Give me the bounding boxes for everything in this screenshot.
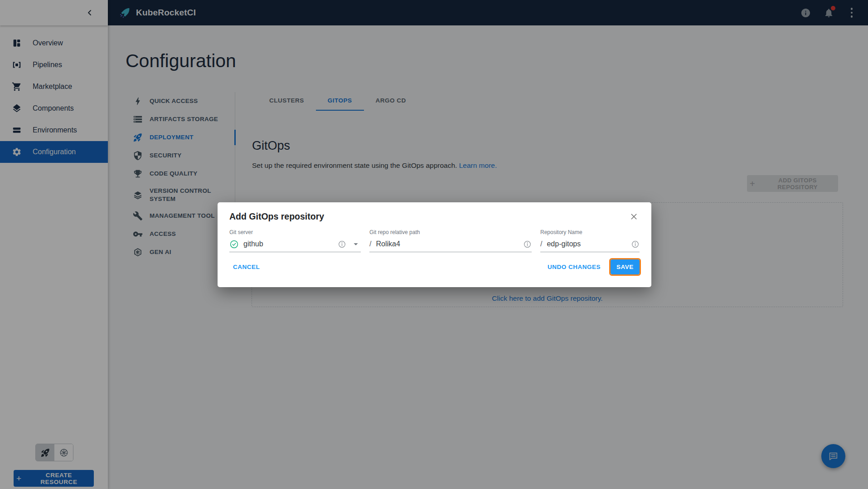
undo-changes-button[interactable]: UNDO CHANGES	[544, 260, 604, 274]
cancel-button[interactable]: CANCEL	[229, 260, 263, 274]
git-server-field-group: Git server github	[229, 229, 361, 252]
info-outline-icon[interactable]	[523, 240, 532, 249]
git-repo-relative-path-label: Git repo relative path	[369, 229, 532, 235]
git-server-label: Git server	[229, 229, 361, 235]
path-prefix: /	[369, 240, 371, 248]
repository-name-input[interactable]: / edp-gitops	[540, 236, 640, 252]
repository-name-label: Repository Name	[540, 229, 640, 235]
git-repo-relative-path-input[interactable]: / Rolika4	[369, 236, 532, 252]
save-button[interactable]: SAVE	[611, 259, 640, 274]
add-gitops-repository-dialog: Add GitOps repository Git server g	[218, 202, 651, 287]
path-prefix: /	[540, 240, 542, 248]
git-repo-relative-path-value: Rolika4	[376, 240, 400, 248]
git-server-value: github	[243, 240, 263, 248]
repository-name-value: edp-gitops	[547, 240, 581, 248]
dropdown-caret-icon[interactable]	[351, 239, 361, 249]
app-root: KubeRocketCI	[0, 0, 868, 489]
info-outline-icon[interactable]	[631, 240, 640, 249]
git-server-select[interactable]: github	[229, 236, 361, 252]
info-outline-icon[interactable]	[338, 240, 346, 249]
check-circle-icon	[229, 240, 239, 249]
git-repo-relative-path-field-group: Git repo relative path / Rolika4	[369, 229, 532, 252]
dialog-title: Add GitOps repository	[229, 211, 324, 222]
repository-name-field-group: Repository Name / edp-gitops	[540, 229, 640, 252]
close-icon[interactable]	[628, 210, 640, 222]
